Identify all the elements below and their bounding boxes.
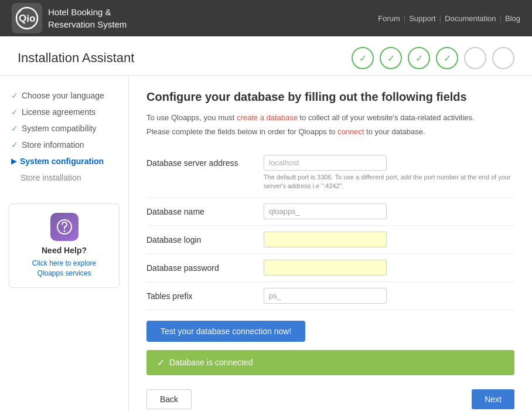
tables-prefix-input[interactable] — [264, 288, 387, 304]
help-link[interactable]: Click here to explore Qloapps services — [18, 259, 110, 278]
nav-documentation[interactable]: Documentation — [445, 14, 496, 23]
check-icon-store-info: ✓ — [11, 140, 18, 150]
back-button[interactable]: Back — [146, 389, 192, 409]
nav-sep-3: | — [500, 14, 502, 23]
nav-sep-2: | — [439, 14, 441, 23]
nav-support[interactable]: Support — [409, 14, 436, 23]
server-hint: The default port is 3306. To use a diffe… — [264, 173, 514, 191]
db-password-input[interactable] — [264, 260, 387, 276]
check-icon-language: ✓ — [11, 91, 18, 100]
check-icon-compatibility: ✓ — [11, 124, 18, 133]
nav-forum[interactable]: Forum — [378, 14, 400, 23]
label-prefix: Tables prefix — [146, 288, 264, 301]
input-wrap-dbname — [264, 203, 514, 219]
success-check-icon: ✓ — [157, 357, 165, 368]
label-login: Database login — [146, 232, 264, 244]
next-button[interactable]: Next — [472, 389, 514, 409]
progress-circle-6 — [492, 47, 514, 69]
help-box: Need Help? Click here to explore Qloapps… — [9, 203, 120, 288]
header-nav: Forum | Support | Documentation | Blog — [378, 14, 520, 23]
svg-text:Qio: Qio — [19, 13, 35, 24]
sidebar-item-store-install[interactable]: Store installation — [9, 169, 120, 186]
input-wrap-prefix — [264, 288, 514, 304]
db-form: Database server address The default port… — [146, 149, 514, 310]
progress-circle-4: ✓ — [436, 47, 458, 69]
progress-circles: ✓ ✓ ✓ ✓ — [352, 47, 514, 69]
test-connection-button[interactable]: Test your database connection now! — [146, 321, 305, 342]
nav-blog[interactable]: Blog — [505, 14, 520, 23]
db-login-input[interactable] — [264, 232, 387, 247]
sidebar-label-license: License agreements — [22, 107, 96, 117]
connect-link[interactable]: connect — [337, 127, 364, 136]
input-wrap-password — [264, 260, 514, 276]
input-wrap-login — [264, 232, 514, 247]
install-title: Installation Assistant — [18, 50, 134, 66]
sidebar-label-store-info: Store information — [22, 140, 84, 150]
intro-text-1: To use Qloapps, you must create a databa… — [146, 112, 514, 124]
sidebar-label-system-config: System configuration — [20, 157, 104, 166]
sidebar-label-store-install: Store installation — [21, 173, 81, 182]
nav-sep-1: | — [404, 14, 405, 23]
label-password: Database password — [146, 260, 264, 273]
server-address-input[interactable] — [264, 155, 387, 171]
nav-buttons: Back Next — [146, 389, 514, 409]
create-db-link[interactable]: create a database — [237, 113, 298, 122]
form-row-prefix: Tables prefix — [146, 282, 514, 310]
sidebar: ✓ Choose your language ✓ License agreeme… — [0, 76, 129, 411]
svg-point-3 — [63, 230, 65, 232]
sidebar-item-license[interactable]: ✓ License agreements — [9, 104, 120, 120]
header: Qio Hotel Booking & Reservation System F… — [0, 0, 532, 36]
form-row-password: Database password — [146, 254, 514, 282]
help-icon — [50, 213, 79, 241]
sidebar-item-system-config[interactable]: ▶ System configuration — [9, 153, 120, 169]
db-connected-status: ✓ Database is connected — [146, 350, 514, 375]
check-icon-license: ✓ — [11, 107, 18, 117]
arrow-icon-system-config: ▶ — [11, 157, 16, 165]
form-row-login: Database login — [146, 226, 514, 254]
db-name-input[interactable] — [264, 203, 387, 219]
sidebar-item-language[interactable]: ✓ Choose your language — [9, 87, 120, 104]
form-row-dbname: Database name — [146, 198, 514, 226]
sidebar-label-language: Choose your language — [22, 91, 104, 100]
main-wrapper: Installation Assistant ✓ ✓ ✓ ✓ ✓ Choose … — [0, 36, 532, 411]
sidebar-label-compatibility: System compatibility — [22, 124, 97, 133]
logo-icon: Qio — [12, 3, 42, 33]
logo: Qio Hotel Booking & Reservation System — [12, 3, 127, 33]
input-wrap-server: The default port is 3306. To use a diffe… — [264, 155, 514, 191]
sidebar-item-compatibility[interactable]: ✓ System compatibility — [9, 120, 120, 137]
progress-circle-3: ✓ — [408, 47, 430, 69]
install-header: Installation Assistant ✓ ✓ ✓ ✓ — [0, 36, 532, 76]
content-title: Configure your database by filling out t… — [146, 90, 514, 104]
label-dbname: Database name — [146, 203, 264, 216]
logo-text: Hotel Booking & Reservation System — [48, 6, 127, 30]
label-server: Database server address — [146, 155, 264, 168]
form-row-server: Database server address The default port… — [146, 149, 514, 198]
progress-circle-5 — [464, 47, 486, 69]
success-message: Database is connected — [169, 358, 253, 367]
progress-circle-1: ✓ — [352, 47, 374, 69]
content-area: ✓ Choose your language ✓ License agreeme… — [0, 76, 532, 411]
help-title: Need Help? — [18, 246, 110, 255]
progress-circle-2: ✓ — [380, 47, 402, 69]
main-content: Configure your database by filling out t… — [129, 76, 532, 411]
sidebar-item-store-info[interactable]: ✓ Store information — [9, 137, 120, 153]
intro-text-2: Please complete the fields below in orde… — [146, 126, 514, 138]
